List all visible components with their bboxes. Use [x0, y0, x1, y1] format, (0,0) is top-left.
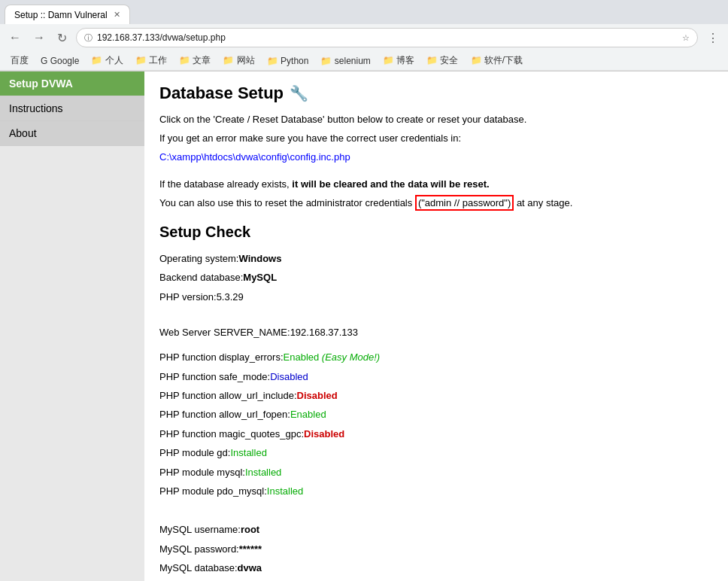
tab-title: Setup :: Damn Vulneral [14, 10, 108, 20]
page-heading: Database Setup 🔧 [159, 84, 713, 103]
mysql-password-row: MySQL password: ****** [159, 540, 713, 558]
pdo-mysql-label: PHP module pdo_mysql: [159, 482, 267, 500]
bookmark-personal[interactable]: 📁 个人 [86, 53, 127, 68]
tab-bar: Setup :: Damn Vulneral ✕ [0, 0, 728, 24]
allow-url-include-label: PHP function allow_url_include: [159, 387, 297, 404]
mysql-row: PHP module mysql: Installed [159, 464, 713, 481]
warning-pre: If the database already exists, [159, 178, 292, 190]
db-row: Backend database: MySQL [159, 269, 713, 286]
warning-box: If the database already exists, it will … [159, 177, 713, 211]
gd-value: Installed [230, 444, 266, 461]
pdo-mysql-value: Installed [267, 482, 303, 500]
address-bar[interactable]: ⓘ 192.168.37.133/dvwa/setup.php ☆ [76, 28, 698, 47]
allow-url-fopen-row: PHP function allow_url_fopen: Enabled [159, 406, 713, 423]
lock-icon: ⓘ [84, 32, 93, 44]
bookmarks-bar: 百度 G Google 📁 个人 📁 工作 📁 文章 📁 网站 📁 Python… [0, 51, 728, 71]
warning-line1: If the database already exists, it will … [159, 177, 713, 193]
os-label: Operating system: [159, 250, 239, 267]
back-button[interactable]: ← [6, 29, 24, 46]
setup-check-heading: Setup Check [159, 224, 713, 241]
safe-mode-row: PHP function safe_mode: Disabled [159, 368, 713, 385]
mysql-host-row: MySQL host: 127.0.0.1 [159, 578, 713, 581]
pdo-mysql-row: PHP module pdo_mysql: Installed [159, 482, 713, 500]
config-path: C:\xampp\htdocs\dvwa\config\config.inc.p… [159, 151, 350, 163]
page-title: Database Setup [159, 84, 284, 103]
bookmark-software[interactable]: 📁 软件/下载 [466, 53, 528, 68]
php-functions: PHP function display_errors: Enabled (Ea… [159, 348, 713, 500]
mysql-host-label: MySQL host: [159, 578, 216, 581]
display-errors-label: PHP function display_errors: [159, 348, 284, 366]
warning-line2-pre: You can also use this to reset the admin… [159, 197, 415, 208]
forward-button[interactable]: → [30, 29, 48, 46]
mysql-database-row: MySQL database: dvwa [159, 559, 713, 576]
bookmark-articles[interactable]: 📁 文章 [174, 53, 215, 68]
server-name-value: 192.168.37.133 [290, 327, 358, 338]
warning-line2: You can also use this to reset the admin… [159, 196, 713, 211]
mysql-password-value: ****** [239, 540, 262, 558]
os-value: Windows [239, 250, 282, 267]
server-name-row: Web Server SERVER_NAME: 192.168.37.133 [159, 327, 713, 338]
mysql-settings: MySQL username: root MySQL password: ***… [159, 521, 713, 581]
browser-chrome: Setup :: Damn Vulneral ✕ ← → ↻ ⓘ 192.168… [0, 0, 728, 71]
magic-quotes-label: PHP function magic_quotes_gpc: [159, 425, 304, 443]
intro-line1: Click on the 'Create / Reset Database' b… [159, 112, 713, 128]
warning-bold: it will be cleared and the data will be … [292, 178, 489, 190]
wrench-icon: 🔧 [290, 84, 308, 102]
allow-url-include-value: Disabled [297, 387, 338, 404]
sidebar-item-setup-dvwa[interactable]: Setup DVWA [0, 71, 144, 96]
bookmark-work[interactable]: 📁 工作 [131, 53, 171, 68]
mysql-value: Installed [245, 464, 281, 481]
magic-quotes-row: PHP function magic_quotes_gpc: Disabled [159, 425, 713, 443]
server-name-label: Web Server SERVER_NAME: [159, 327, 290, 338]
mysql-host-value: 127.0.0.1 [216, 578, 256, 581]
mysql-database-value: dvwa [238, 559, 262, 576]
bookmark-website[interactable]: 📁 网站 [218, 53, 259, 68]
warning-line2-post: at any stage. [514, 197, 572, 208]
admin-highlight: ("admin // password") [415, 195, 514, 211]
url-display: 192.168.37.133/dvwa/setup.php [97, 32, 678, 43]
os-row: Operating system: Windows [159, 250, 713, 267]
php-label: PHP version: [159, 288, 217, 306]
nav-bar: ← → ↻ ⓘ 192.168.37.133/dvwa/setup.php ☆ … [0, 24, 728, 51]
intro-line2: If you get an error make sure you have t… [159, 131, 713, 147]
display-errors-row: PHP function display_errors: Enabled (Ea… [159, 348, 713, 366]
mysql-username-label: MySQL username: [159, 521, 241, 538]
sidebar: Setup DVWA Instructions About [0, 71, 144, 581]
safe-mode-label: PHP function safe_mode: [159, 368, 270, 385]
intro-box: Click on the 'Create / Reset Database' b… [159, 112, 713, 165]
tab-close-button[interactable]: ✕ [114, 10, 120, 20]
mysql-database-label: MySQL database: [159, 559, 238, 576]
bookmark-selenium[interactable]: 📁 selenium [316, 54, 375, 68]
allow-url-fopen-value: Enabled [290, 406, 326, 423]
setup-check-section: Setup Check Operating system: Windows Ba… [159, 224, 713, 581]
mysql-label: PHP module mysql: [159, 464, 245, 481]
refresh-button[interactable]: ↻ [54, 29, 70, 47]
bookmark-blog[interactable]: 📁 博客 [378, 53, 419, 68]
magic-quotes-value: Disabled [304, 425, 344, 443]
bookmark-security[interactable]: 📁 安全 [422, 53, 463, 68]
bookmark-python[interactable]: 📁 Python [262, 54, 314, 68]
star-icon[interactable]: ☆ [682, 33, 690, 43]
gd-label: PHP module gd: [159, 444, 230, 461]
db-label: Backend database: [159, 269, 243, 286]
mysql-password-label: MySQL password: [159, 540, 239, 558]
basic-checks: Operating system: Windows Backend databa… [159, 250, 713, 306]
allow-url-fopen-label: PHP function allow_url_fopen: [159, 406, 290, 423]
php-row: PHP version: 5.3.29 [159, 288, 713, 306]
db-value: MySQL [243, 269, 277, 286]
gd-row: PHP module gd: Installed [159, 444, 713, 461]
sidebar-item-instructions[interactable]: Instructions [0, 96, 144, 121]
bookmark-baidu[interactable]: 百度 [6, 53, 33, 68]
allow-url-include-row: PHP function allow_url_include: Disabled [159, 387, 713, 404]
browser-tab[interactable]: Setup :: Damn Vulneral ✕ [5, 5, 130, 24]
bookmark-google[interactable]: G Google [36, 54, 83, 68]
display-errors-value: Enabled [284, 348, 320, 366]
safe-mode-value: Disabled [270, 368, 308, 385]
main-content: Database Setup 🔧 Click on the 'Create / … [144, 71, 728, 581]
sidebar-item-about[interactable]: About [0, 121, 144, 146]
mysql-username-value: root [241, 521, 259, 538]
menu-button[interactable]: ⋮ [704, 29, 722, 47]
display-errors-extra: (Easy Mode!) [319, 348, 380, 366]
page-wrapper: Setup DVWA Instructions About Database S… [0, 71, 728, 581]
php-value: 5.3.29 [217, 288, 244, 306]
